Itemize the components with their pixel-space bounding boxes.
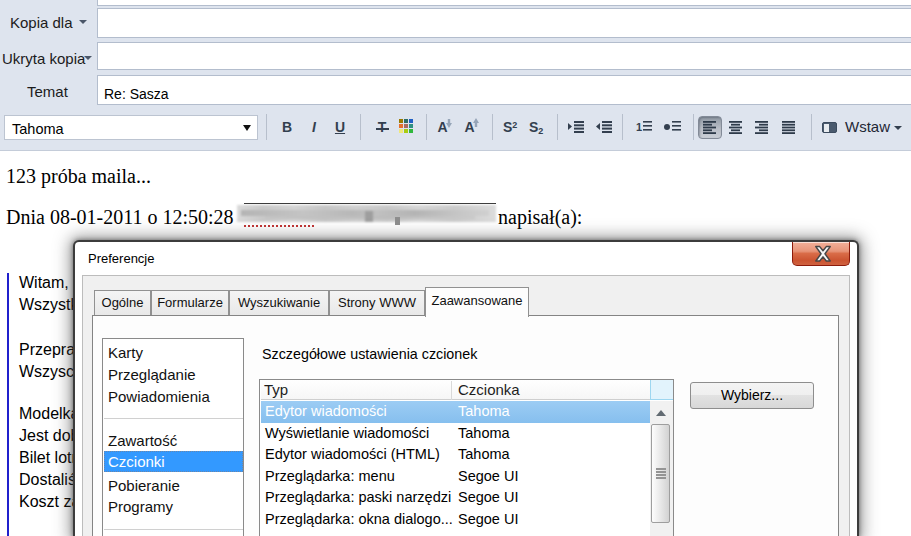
svg-text:1: 1 <box>636 121 642 133</box>
